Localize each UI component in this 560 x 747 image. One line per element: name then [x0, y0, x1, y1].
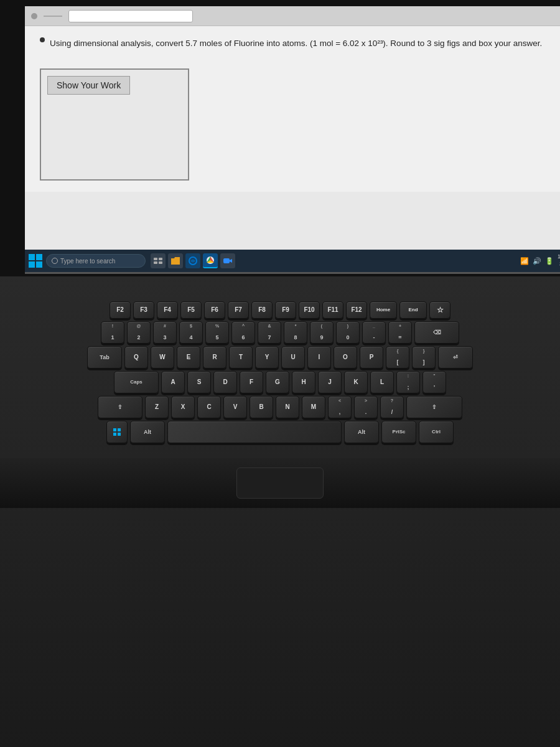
key-z[interactable]: Z [145, 396, 169, 418]
key-rbracket[interactable]: }] [412, 346, 436, 369]
key-l[interactable]: L [370, 371, 394, 393]
key-home[interactable]: Home [370, 301, 397, 319]
key-quote[interactable]: "' [422, 371, 446, 393]
key-1[interactable]: !1 [101, 321, 124, 344]
battery-icon: 🔋 [545, 257, 554, 265]
browser-dot [31, 13, 37, 19]
key-f7[interactable]: F7 [228, 301, 249, 319]
start-tile-2 [36, 254, 42, 260]
key-u[interactable]: U [281, 346, 305, 369]
chrome-icon[interactable] [203, 253, 218, 268]
system-clock[interactable]: 11:16 AM 3/4/2021 [558, 253, 560, 268]
key-shift-right[interactable]: ⇧ [406, 396, 462, 418]
key-x[interactable]: X [171, 396, 195, 418]
key-semicolon[interactable]: :; [396, 371, 420, 393]
key-prtsc[interactable]: PrtSc [381, 421, 416, 443]
zxcv-row: ⇧ Z X C V B N M <, >. ?/ ⇧ [98, 396, 462, 418]
key-a[interactable]: A [161, 371, 185, 393]
svg-rect-0 [154, 258, 157, 260]
key-c[interactable]: C [197, 396, 221, 418]
svg-rect-3 [159, 261, 162, 264]
key-space[interactable] [167, 421, 342, 443]
key-p[interactable]: P [360, 346, 383, 369]
key-shift-left[interactable]: ⇧ [98, 396, 142, 418]
key-b[interactable]: B [250, 396, 273, 418]
key-alt-right[interactable]: Alt [344, 421, 379, 443]
key-r[interactable]: R [203, 346, 226, 369]
key-slash[interactable]: ?/ [380, 396, 404, 418]
key-d[interactable]: D [213, 371, 237, 393]
task-view-icon[interactable] [151, 253, 166, 268]
key-f9[interactable]: F9 [275, 301, 296, 319]
taskbar-search[interactable]: Type here to search [46, 254, 146, 268]
laptop-body: F2 F3 F4 F5 F6 F7 F8 F9 F10 F11 F12 Home… [0, 276, 560, 747]
key-t[interactable]: T [229, 346, 253, 369]
key-4[interactable]: $4 [179, 321, 203, 344]
key-0[interactable]: )0 [336, 321, 360, 344]
key-minus[interactable]: _- [362, 321, 386, 344]
key-windows[interactable] [106, 421, 128, 443]
key-g[interactable]: G [266, 371, 289, 393]
key-f4[interactable]: F4 [157, 301, 178, 319]
start-tile-4 [36, 261, 42, 268]
key-ctrl-right[interactable]: Ctrl [419, 421, 454, 443]
page-content: Using dimensional analysis, convert 5.7 … [25, 26, 560, 192]
key-alt-left[interactable]: Alt [130, 421, 165, 443]
key-h[interactable]: H [292, 371, 315, 393]
svg-rect-2 [154, 261, 157, 264]
key-f5[interactable]: F5 [180, 301, 202, 319]
key-k[interactable]: K [344, 371, 368, 393]
start-button[interactable] [29, 254, 42, 268]
key-f12[interactable]: F12 [346, 301, 367, 319]
key-n[interactable]: N [276, 396, 299, 418]
key-y[interactable]: Y [255, 346, 279, 369]
key-m[interactable]: M [302, 396, 325, 418]
bullet-icon [40, 37, 45, 42]
key-lbracket[interactable]: {[ [386, 346, 409, 369]
key-o[interactable]: O [334, 346, 357, 369]
file-explorer-icon[interactable] [168, 253, 183, 268]
key-f[interactable]: F [240, 371, 263, 393]
network-icon: 📶 [520, 257, 529, 265]
address-bar[interactable] [68, 10, 193, 22]
key-7[interactable]: &7 [258, 321, 281, 344]
key-i[interactable]: I [307, 346, 331, 369]
zoom-icon[interactable] [220, 253, 235, 268]
show-work-button[interactable]: Show Your Work [47, 76, 130, 95]
key-comma[interactable]: <, [328, 396, 352, 418]
key-3[interactable]: #3 [153, 321, 177, 344]
key-v[interactable]: V [223, 396, 247, 418]
key-enter[interactable]: ⏎ [438, 346, 473, 369]
browser-line [44, 16, 62, 17]
key-9[interactable]: (9 [310, 321, 334, 344]
key-j[interactable]: J [318, 371, 342, 393]
key-f10[interactable]: F10 [299, 301, 320, 319]
key-8[interactable]: *8 [284, 321, 307, 344]
key-f6[interactable]: F6 [204, 301, 225, 319]
key-f8[interactable]: F8 [251, 301, 273, 319]
key-period[interactable]: >. [354, 396, 378, 418]
browser-controls [31, 13, 62, 19]
key-6[interactable]: ^6 [231, 321, 255, 344]
key-caps[interactable]: Caps [114, 371, 159, 393]
laptop-screen: Using dimensional analysis, convert 5.7 … [25, 6, 560, 274]
taskbar: Type here to search [25, 250, 560, 272]
key-end[interactable]: End [399, 301, 427, 319]
key-star[interactable]: ☆ [429, 301, 450, 319]
key-q[interactable]: Q [124, 346, 148, 369]
key-w[interactable]: W [151, 346, 174, 369]
key-f3[interactable]: F3 [133, 301, 154, 319]
key-2[interactable]: @2 [127, 321, 151, 344]
search-icon [52, 258, 58, 264]
touchpad[interactable] [236, 467, 324, 499]
key-f11[interactable]: F11 [322, 301, 343, 319]
key-tab[interactable]: Tab [87, 346, 122, 369]
key-f2[interactable]: F2 [110, 301, 131, 319]
question-text: Using dimensional analysis, convert 5.7 … [50, 37, 542, 50]
browser-icon-1[interactable] [185, 253, 200, 268]
key-backspace[interactable]: ⌫ [414, 321, 459, 344]
key-equals[interactable]: += [388, 321, 412, 344]
key-s[interactable]: S [187, 371, 211, 393]
key-5[interactable]: %5 [205, 321, 229, 344]
key-e[interactable]: E [177, 346, 200, 369]
